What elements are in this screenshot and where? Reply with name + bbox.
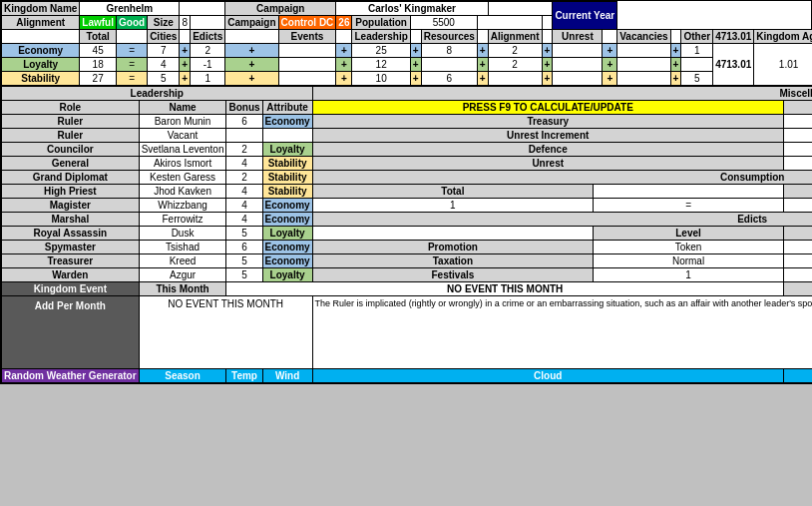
royal-assassin-bonus[interactable]: 5 [226,227,262,241]
cons-size[interactable]: 8 [783,199,812,213]
no-event-this-month[interactable]: NO EVENT THIS MONTH [226,282,783,296]
kingdom-name-label: Kingdom Name [2,2,80,16]
miscellaneous-section-header: Miscellaneous [312,87,812,101]
unrest-increment-value[interactable] [783,129,812,143]
loyalty-leadership[interactable]: 12 [352,58,410,72]
economy-other[interactable]: 1 [681,44,713,58]
high-priest-name[interactable]: Jhod Kavken [139,185,226,199]
ruler-2-name[interactable]: Vacant [139,129,226,143]
economy-plus6: + [542,44,553,58]
season-btn[interactable]: Season [139,369,226,383]
misc-treasury-value[interactable]: 28 [783,115,812,129]
rain-btn[interactable]: Rain [783,369,812,383]
treasurer-name[interactable]: Kreed [139,254,226,268]
stability-cities[interactable]: 5 [148,72,180,86]
marshal-name[interactable]: Ferrowitz [139,213,226,227]
stability-resources[interactable]: 6 [421,72,477,86]
ruler-1-name[interactable]: Baron Munin [139,115,226,129]
tax-stability[interactable] [783,254,812,268]
grand-diplomat-name[interactable]: Kesten Garess [139,171,226,185]
loyalty-edicts[interactable]: -1 [191,58,225,72]
spymaster-name[interactable]: Tsishad [139,241,226,254]
kingdom-age-value[interactable]: 1.01 [754,44,812,86]
economy-vacancies[interactable] [617,44,670,58]
cloud-btn[interactable]: Cloud [312,369,783,383]
wind-btn[interactable]: Wind [262,369,312,383]
economy-alignment[interactable]: 2 [488,44,542,58]
spymaster-bonus[interactable]: 6 [226,241,262,254]
plus-h1 [180,30,191,44]
loyalty-events[interactable] [278,58,336,72]
taxation-level[interactable]: Normal [594,254,784,268]
loyalty-vacancies[interactable] [617,58,670,72]
leadership-section-header: Leadership [2,87,313,101]
loyalty-plus3: + [336,58,352,72]
economy-leadership[interactable]: 25 [352,44,410,58]
stability-leadership[interactable]: 10 [352,72,410,86]
royal-assassin-name[interactable]: Dusk [139,227,226,241]
defence-value[interactable]: 8 [783,143,812,157]
councilor-name[interactable]: Svetlana Leventon [139,143,226,157]
royal-assassin-attr: Loyalty [262,227,312,241]
stability-unrest[interactable] [553,72,603,86]
spymaster-label: Spymaster [2,241,140,254]
festival-level[interactable]: 1 [594,268,784,282]
loyalty-total[interactable]: 18 [80,58,117,72]
campaign-label: Campaign [225,2,336,16]
promotion-level[interactable]: Token [594,241,784,254]
loyalty-alignment[interactable]: 2 [488,58,542,72]
press-f9[interactable]: PRESS F9 TO CALCULATE/UPDATE [312,101,783,115]
fest-stability[interactable] [783,268,812,282]
ruler-1-bonus[interactable]: 6 [226,115,262,129]
weather-generator-btn[interactable]: Random Weather Generator [2,369,140,383]
loyalty-resources[interactable] [421,58,477,72]
warden-label: Warden [2,268,140,282]
unrest-value[interactable] [783,157,812,171]
loyalty-unrest[interactable] [553,58,603,72]
councilor-bonus[interactable]: 2 [226,143,262,157]
size-label: Size [148,16,180,30]
ruler-2-bonus[interactable] [226,129,262,143]
economy-resources[interactable]: 8 [421,44,477,58]
economy-unrest[interactable] [553,44,603,58]
stability-events[interactable] [278,72,336,86]
kingdom-age-label: Kingdom Age [754,30,812,44]
high-priest-bonus[interactable]: 4 [226,185,262,199]
general-bonus[interactable]: 4 [226,157,262,171]
taxation-label: Taxation [312,254,594,268]
plus-h5 [477,30,488,44]
cons-total[interactable]: 1 [312,199,594,213]
magister-name[interactable]: Whizzbang [139,199,226,213]
stability-vacancies[interactable] [617,72,670,86]
marshal-label: Marshal [2,213,140,227]
loyalty-other[interactable] [681,58,713,72]
stability-edicts[interactable]: 1 [191,72,225,86]
stability-total[interactable]: 27 [80,72,117,86]
campaign-value[interactable]: Carlos' Kingmaker [336,2,488,16]
stability-other[interactable]: 5 [681,72,713,86]
warden-bonus[interactable]: 5 [226,268,262,282]
control-dc-value[interactable]: 26 [336,16,352,30]
magister-bonus[interactable]: 4 [226,199,262,213]
treasurer-bonus[interactable]: 5 [226,254,262,268]
promo-stability[interactable]: 1 [783,241,812,254]
loyalty-cities[interactable]: 4 [148,58,180,72]
high-priest-attr: Stability [262,185,312,199]
marshal-bonus[interactable]: 4 [226,213,262,227]
population-value[interactable]: 5500 [410,16,477,30]
no-event-month-desc[interactable]: NO EVENT THIS MONTH [139,296,312,369]
size-value[interactable]: 8 [180,16,191,30]
general-name[interactable]: Akiros Ismort [139,157,226,171]
economy-events[interactable] [278,44,336,58]
warden-name[interactable]: Azgur [139,268,226,282]
temp-btn[interactable]: Temp [226,369,262,383]
stability-alignment[interactable] [488,72,542,86]
spymaster-attr: Economy [262,241,312,254]
cons-eq: = [594,199,784,213]
economy-total[interactable]: 45 [80,44,117,58]
kingdom-name-value[interactable]: Grenhelm [80,2,180,16]
economy-edicts[interactable]: 2 [191,44,225,58]
grand-diplomat-bonus[interactable]: 2 [226,171,262,185]
total-value[interactable]: 4713.01 [713,44,754,86]
economy-cities[interactable]: 7 [148,44,180,58]
